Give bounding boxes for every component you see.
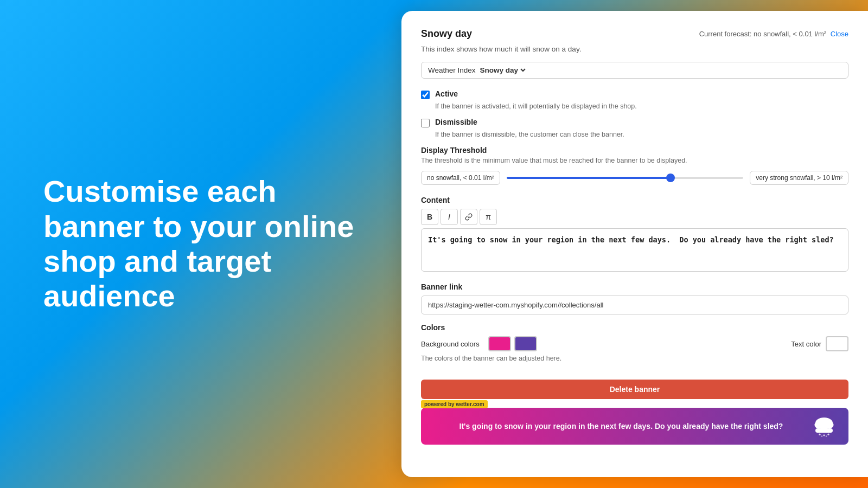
dismissible-checkbox[interactable] [421,119,430,127]
bg-color2-swatch[interactable] [514,336,537,351]
svg-point-4 [819,434,820,435]
left-panel: Customise each banner to your online sho… [0,142,401,346]
bg-color1-swatch[interactable] [488,336,511,351]
preview-text: It's going to snow in your region in the… [432,422,810,431]
weather-index-select-wrapper[interactable]: Weather Index Snowy day Rainy day Sunny … [421,62,848,79]
threshold-title: Display Threshold [421,146,848,155]
threshold-max-label: very strong snowfall, > 10 l/m² [750,171,848,185]
active-label[interactable]: Active [435,89,458,98]
banner-link-input[interactable] [421,296,848,314]
panel-meta: Current forecast: no snowfall, < 0.01 l/… [699,30,848,38]
colors-section: Colors Background colors Text color The … [421,323,848,371]
dismissible-row: Dismissible [421,118,848,127]
powered-by-label: powered by wetter.com [421,400,488,408]
banner-link-section: Banner link [421,282,848,323]
svg-point-2 [825,421,834,428]
right-panel: Snowy day Current forecast: no snowfall,… [401,11,868,477]
text-color-label: Text color [791,340,821,348]
svg-point-8 [826,435,827,436]
colors-row: Background colors Text color [421,336,848,351]
content-textarea[interactable]: It's going to snow in your region in the… [421,228,848,272]
toolbar: B I π [421,209,848,225]
text-color-swatch[interactable] [826,336,848,351]
bg-colors-group [488,336,537,351]
weather-index-dropdown[interactable]: Snowy day Rainy day Sunny day Windy day [478,66,527,75]
text-color-group: Text color [791,336,848,351]
threshold-desc: The threshold is the minimum value that … [421,157,848,164]
threshold-section: Display Threshold The threshold is the m… [421,146,848,196]
dismissible-description: If the banner is dismissible, the custom… [435,131,848,138]
banner-link-label: Banner link [421,282,848,291]
close-link[interactable]: Close [831,30,848,38]
dismissible-label[interactable]: Dismissible [435,118,477,126]
threshold-slider[interactable] [507,177,744,179]
link-button[interactable] [460,209,477,225]
active-row: Active [421,89,848,99]
panel-title: Snowy day [421,28,472,40]
threshold-min-label: no snowfall, < 0.01 l/m² [421,171,500,185]
italic-button[interactable]: I [441,209,458,225]
svg-rect-3 [815,428,833,433]
content-title: Content [421,196,848,204]
active-description: If the banner is activated, it will pote… [435,102,848,110]
headline: Customise each banner to your online sho… [43,174,358,314]
bold-button[interactable]: B [421,209,438,225]
weather-select-prefix: Weather Index [428,66,476,74]
content-section: Content B I π It's going to snow in your… [421,196,848,282]
svg-point-1 [814,421,823,428]
cloud-snow-icon [810,415,838,437]
preview-banner: powered by wetter.com It's going to snow… [421,408,848,445]
threshold-row: no snowfall, < 0.01 l/m² very strong sno… [421,171,848,185]
bg-colors-label: Background colors [421,340,480,348]
panel-description: This index shows how much it will snow o… [421,45,848,53]
svg-point-7 [821,435,822,436]
pi-button[interactable]: π [480,209,497,225]
svg-point-5 [823,434,825,436]
delete-banner-button[interactable]: Delete banner [421,380,848,399]
active-checkbox[interactable] [421,91,430,99]
colors-title: Colors [421,323,848,332]
panel-header: Snowy day Current forecast: no snowfall,… [421,28,848,40]
colors-description: The colors of the banner can be adjusted… [421,355,848,362]
svg-point-6 [827,434,829,435]
